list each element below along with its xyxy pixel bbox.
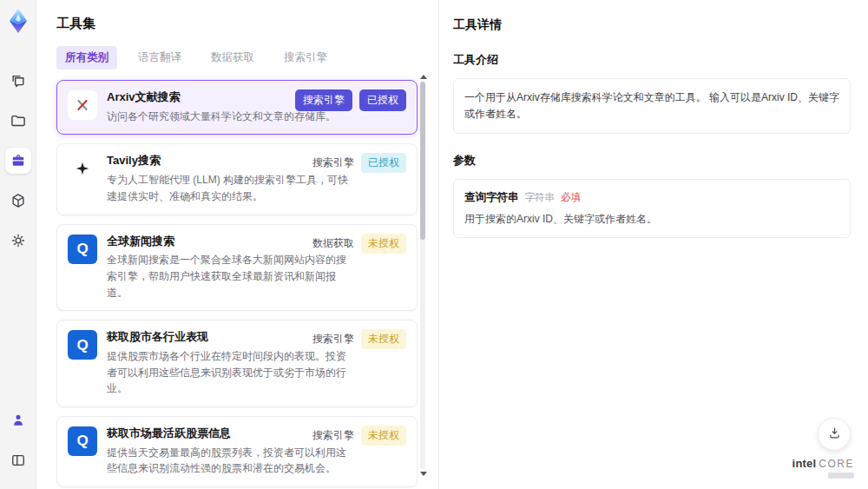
qnews-logo-icon: Q [68, 426, 97, 456]
tool-card-sector-performance[interactable]: Q 获取股市各行业表现 提供股票市场各个行业在特定时间段内的表现。投资者可以利用… [56, 320, 418, 407]
nav-rail [0, 0, 36, 489]
sidebar-item-profile[interactable] [5, 407, 31, 433]
scrollbar-thumb[interactable] [420, 82, 425, 240]
qnews-logo-icon: Q [68, 235, 97, 264]
scrollbar-track[interactable] [420, 82, 425, 469]
category-label: 搜索引擎 [312, 155, 354, 170]
auth-status-badge: 未授权 [361, 234, 406, 254]
param-required-flag: 必填 [561, 191, 581, 204]
tool-list-panel: 工具集 所有类别 语言翻译 数据获取 搜索引擎 Arxiv文献搜索 访问各个研究… [36, 0, 438, 489]
list-scrollbar[interactable] [419, 75, 426, 476]
tool-description: 全球新闻搜索是一个聚合全球各大新闻网站内容的搜索引擎，帮助用户快速获取全球最新资… [107, 252, 352, 301]
intro-heading: 工具介绍 [453, 52, 851, 68]
category-label: 搜索引擎 [312, 428, 354, 443]
param-type: 字符串 [525, 191, 556, 204]
tool-card-active-stocks[interactable]: Q 获取市场最活跃股票信息 提供当天交易量最高的股票列表，投资者可以利用这些信息… [56, 416, 418, 487]
page-title: 工具集 [56, 16, 438, 32]
qnews-logo-icon: Q [68, 330, 97, 360]
category-badge: 搜索引擎 [295, 89, 352, 111]
settings-icon [10, 232, 27, 249]
category-label: 数据获取 [312, 236, 354, 251]
tool-card-arxiv[interactable]: Arxiv文献搜索 访问各个研究领域大量科学论文和文章的存储库。 搜索引擎 已授… [56, 80, 418, 135]
tool-description: 提供当天交易量最高的股票列表，投资者可以利用这些信息来识别流动性强的股票和潜在的… [107, 445, 352, 477]
folder-icon [10, 112, 27, 129]
sidebar-item-packages[interactable] [5, 188, 31, 214]
scroll-down-arrow-icon[interactable] [420, 472, 427, 476]
toolbox-icon [10, 152, 27, 169]
app-logo [4, 7, 32, 35]
sidebar-item-files[interactable] [5, 108, 31, 134]
tab-data-fetching[interactable]: 数据获取 [202, 46, 263, 69]
auth-status-badge: 未授权 [361, 329, 406, 349]
sidebar-toggle-icon [10, 452, 27, 469]
package-icon [10, 192, 27, 209]
brand-accent-bar [828, 472, 854, 479]
sidebar-item-collapse[interactable] [5, 447, 31, 473]
tool-card-global-news[interactable]: Q 全球新闻搜索 全球新闻搜索是一个聚合全球各大新闻网站内容的搜索引擎，帮助用户… [56, 224, 418, 312]
arxiv-logo-icon [68, 90, 97, 120]
chat-icon [10, 72, 27, 89]
download-button[interactable] [818, 418, 851, 451]
tavily-logo-icon [68, 154, 97, 183]
auth-status-badge: 已授权 [361, 153, 406, 173]
params-heading: 参数 [453, 153, 851, 169]
param-name: 查询字符串 [464, 190, 519, 205]
user-icon [10, 412, 27, 429]
brand-intel-text: intel [792, 458, 817, 470]
tab-language-translation[interactable]: 语言翻译 [129, 46, 190, 69]
tab-all-categories[interactable]: 所有类别 [56, 46, 117, 69]
download-icon [827, 426, 842, 444]
parameter-card: 查询字符串 字符串 必填 用于搜索的Arxiv ID、关键字或作者姓名。 [453, 179, 851, 238]
tool-card-list: Arxiv文献搜索 访问各个研究领域大量科学论文和文章的存储库。 搜索引擎 已授… [56, 80, 418, 489]
tab-search-engine[interactable]: 搜索引擎 [275, 46, 336, 69]
intel-core-logo: intel CORE [792, 458, 854, 479]
auth-status-badge: 已授权 [359, 89, 406, 111]
tool-description: 专为人工智能代理 (LLM) 构建的搜索引擎工具，可快速提供实时、准确和真实的结… [107, 172, 352, 204]
tool-card-tavily[interactable]: Tavily搜索 专为人工智能代理 (LLM) 构建的搜索引擎工具，可快速提供实… [56, 143, 418, 215]
detail-title: 工具详情 [453, 17, 851, 33]
category-label: 搜索引擎 [312, 332, 354, 347]
tool-detail-panel: 工具详情 工具介绍 一个用于从Arxiv存储库搜索科学论文和文章的工具。 输入可… [438, 0, 868, 489]
sidebar-item-tools[interactable] [5, 148, 31, 174]
auth-status-badge: 未授权 [361, 426, 406, 446]
sidebar-item-settings[interactable] [5, 228, 31, 254]
brand-core-text: CORE [819, 459, 854, 470]
param-description: 用于搜索的Arxiv ID、关键字或作者姓名。 [464, 212, 839, 227]
category-tabs: 所有类别 语言翻译 数据获取 搜索引擎 [56, 46, 438, 69]
scroll-up-arrow-icon[interactable] [420, 75, 427, 79]
tool-description: 提供股票市场各个行业在特定时间段内的表现。投资者可以利用这些信息来识别表现优于或… [107, 348, 352, 397]
tool-intro-text: 一个用于从Arxiv存储库搜索科学论文和文章的工具。 输入可以是Arxiv ID… [453, 78, 851, 134]
sidebar-item-chat[interactable] [5, 68, 31, 94]
